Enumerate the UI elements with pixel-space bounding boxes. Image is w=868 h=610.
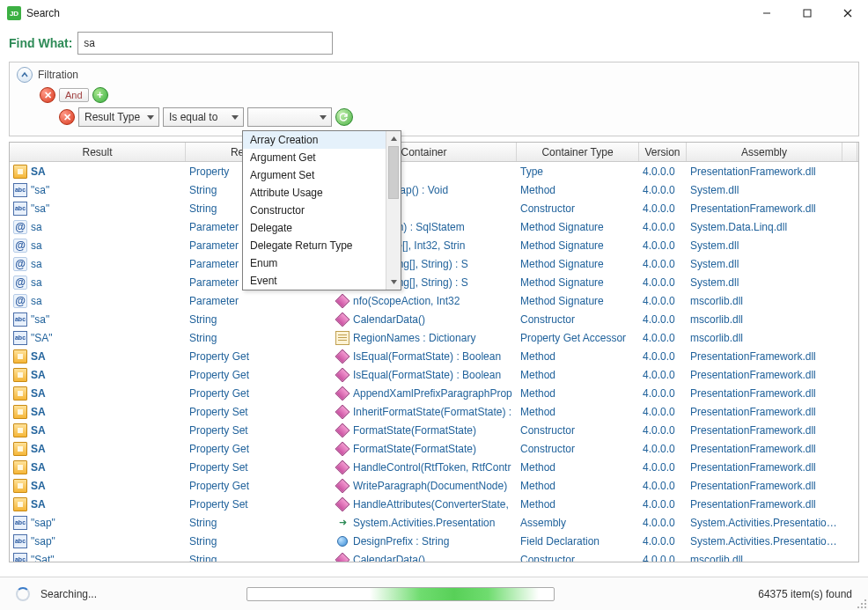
container-text: HandleControl(RtfToken, RtfContr xyxy=(353,461,511,474)
property-icon xyxy=(13,405,27,419)
scroll-down-icon[interactable] xyxy=(386,275,401,290)
scroll-up-icon[interactable] xyxy=(386,131,401,146)
string-icon: abc xyxy=(13,516,27,530)
apply-filter-button[interactable] xyxy=(335,108,353,126)
container-text: System.Activities.Presentation xyxy=(353,517,495,529)
string-icon: abc xyxy=(13,183,27,197)
version-text: 4.0.0.0 xyxy=(639,276,687,289)
table-row[interactable]: @saParameternfo(ScopeAction, Int32Method… xyxy=(10,291,858,310)
result-type-text: Parameter xyxy=(186,295,332,307)
table-row[interactable]: abc"sap"StringDesignPrefix : StringField… xyxy=(10,532,858,550)
table-row[interactable]: SAProperty SetFormatState(FormatState)Co… xyxy=(10,421,858,439)
resize-grip[interactable] xyxy=(854,596,866,608)
filter-value-dropdown: Array CreationArgument GetArgument SetAt… xyxy=(242,130,401,290)
collapse-filtration-button[interactable] xyxy=(17,67,33,83)
method-icon xyxy=(335,442,349,456)
version-text: 4.0.0.0 xyxy=(639,480,687,492)
assembly-text: mscorlib.dll xyxy=(687,295,842,307)
result-type-text: String xyxy=(186,554,332,563)
col-assembly[interactable]: Assembly xyxy=(687,143,842,161)
scroll-thumb[interactable] xyxy=(388,146,399,199)
dropdown-item[interactable]: Argument Set xyxy=(243,166,401,184)
assembly-text: mscorlib.dll xyxy=(687,313,842,326)
table-row[interactable]: SAProperty GetFormatState(FormatState)Co… xyxy=(10,439,858,458)
table-row[interactable]: @saParameternfoW(Byte[], Int32, StrinMet… xyxy=(10,236,858,254)
col-scroll-gutter xyxy=(842,143,857,161)
dropdown-item[interactable]: Event xyxy=(243,272,401,290)
assembly-text: System.dll xyxy=(687,276,842,289)
table-row[interactable]: abc"Sat"StringCalendarData()Constructor4… xyxy=(10,550,858,562)
dropdown-item[interactable]: Enum xyxy=(243,254,401,272)
window-buttons xyxy=(747,0,868,26)
result-text: sa xyxy=(31,276,42,289)
refresh-icon xyxy=(340,113,349,121)
version-text: 4.0.0.0 xyxy=(639,461,687,474)
minimize-button[interactable] xyxy=(747,0,787,26)
spinner-icon xyxy=(16,587,30,601)
dropdown-item[interactable]: Attribute Usage xyxy=(243,184,401,202)
result-text: "Sat" xyxy=(31,554,55,563)
version-text: 4.0.0.0 xyxy=(639,221,687,233)
result-type-text: Property Get xyxy=(186,387,332,400)
add-group-button[interactable]: + xyxy=(92,87,108,103)
method-icon xyxy=(335,423,349,437)
parameter-icon: @ xyxy=(13,294,27,308)
result-text: SA xyxy=(31,443,46,455)
dropdown-item[interactable]: Delegate xyxy=(243,219,401,237)
and-operator-chip[interactable]: And xyxy=(59,88,89,102)
version-text: 4.0.0.0 xyxy=(639,184,687,196)
table-row[interactable]: abc"sa"StringltureInfoMap() : VoidMethod… xyxy=(10,180,858,199)
table-row[interactable]: SAProperty GetIsEqual(FormatState) : Boo… xyxy=(10,365,858,384)
col-version[interactable]: Version xyxy=(639,143,687,161)
filter-field-select[interactable]: Result Type xyxy=(78,107,159,127)
dropdown-item[interactable]: Argument Get xyxy=(243,149,401,166)
assembly-text: System.Data.Linq.dll xyxy=(687,221,842,233)
dropdown-item[interactable]: Delegate Return Type xyxy=(243,237,401,254)
filter-operator-select[interactable]: Is equal to xyxy=(163,107,244,127)
result-type-text: Property Get xyxy=(186,369,332,381)
property-icon xyxy=(13,479,27,493)
table-row[interactable]: @saParameterArray(String[], String) : SM… xyxy=(10,254,858,273)
table-row[interactable]: SAProperty SetHandleAttributes(Converter… xyxy=(10,495,858,513)
result-type-text: String xyxy=(186,535,332,548)
assembly-text: PresentationFramework.dll xyxy=(687,387,842,400)
table-row[interactable]: @saParameter(SqlAssign) : SqlStatemMetho… xyxy=(10,217,858,236)
version-text: 4.0.0.0 xyxy=(639,535,687,548)
remove-condition-button[interactable]: ✕ xyxy=(59,109,75,125)
results-grid: Result Result Type Container Container T… xyxy=(9,142,859,562)
dropdown-item[interactable]: Array Creation xyxy=(243,131,401,149)
result-text: SA xyxy=(31,387,46,400)
assembly-text: System.Activities.Presentation.dl xyxy=(687,535,842,548)
parameter-icon: @ xyxy=(13,257,27,271)
result-text: "sap" xyxy=(31,517,55,529)
property-icon xyxy=(13,386,27,401)
table-row[interactable]: abc"sa"StringCalendarData()Constructor4.… xyxy=(10,310,858,328)
table-row[interactable]: abc"SA"StringRegionNames : DictionaryPro… xyxy=(10,328,858,347)
table-row[interactable]: abc"sap"String➜System.Activities.Present… xyxy=(10,513,858,532)
result-type-text: String xyxy=(186,313,332,326)
table-row[interactable]: abc"sa"String()Constructor4.0.0.0Present… xyxy=(10,199,858,217)
table-row[interactable]: SAProperty SetInheritFormatState(FormatS… xyxy=(10,402,858,421)
method-icon xyxy=(335,368,349,382)
remove-group-button[interactable]: ✕ xyxy=(40,87,55,103)
assembly-text: System.dll xyxy=(687,239,842,252)
container-text: IsEqual(FormatState) : Boolean xyxy=(353,369,501,381)
table-row[interactable]: SAProperty GetAppendXamlPrefixParagraphP… xyxy=(10,384,858,402)
version-text: 4.0.0.0 xyxy=(639,369,687,381)
col-result[interactable]: Result xyxy=(10,143,186,161)
find-input[interactable] xyxy=(77,32,333,55)
col-container-type[interactable]: Container Type xyxy=(517,143,639,161)
filter-value-select[interactable] xyxy=(247,107,332,127)
table-row[interactable]: @saParameterArray(String[], String) : SM… xyxy=(10,273,858,291)
table-row[interactable]: SAProperty SetHandleControl(RtfToken, Rt… xyxy=(10,458,858,476)
maximize-button[interactable] xyxy=(787,0,828,26)
dropdown-scrollbar[interactable] xyxy=(386,131,401,290)
grid-body[interactable]: SAPropertyeType4.0.0.0PresentationFramew… xyxy=(10,162,858,562)
progress-bar xyxy=(246,587,555,601)
close-button[interactable] xyxy=(828,0,868,26)
table-row[interactable]: SAProperty GetWriteParagraph(DocumentNod… xyxy=(10,476,858,495)
dropdown-item[interactable]: Constructor xyxy=(243,202,401,219)
table-row[interactable]: SAProperty GetIsEqual(FormatState) : Boo… xyxy=(10,347,858,365)
property-icon xyxy=(13,165,27,179)
table-row[interactable]: SAPropertyeType4.0.0.0PresentationFramew… xyxy=(10,162,858,180)
